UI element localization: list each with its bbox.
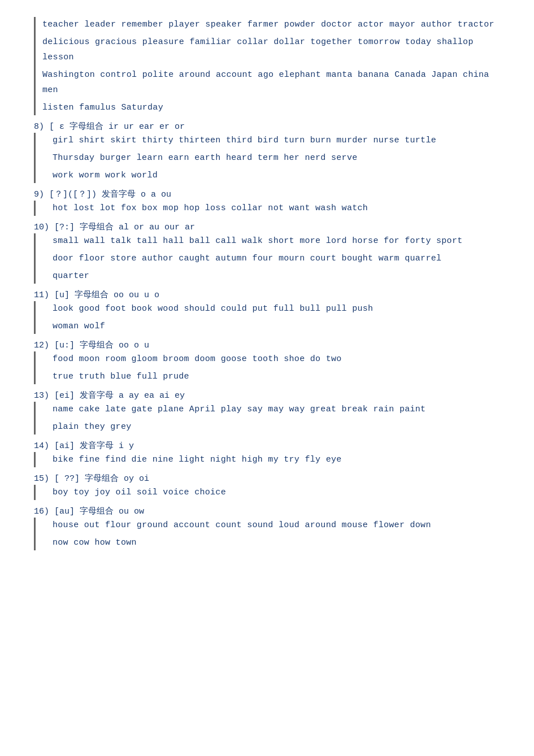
word-line: quarter xyxy=(53,268,500,284)
word-line: girl shirt skirt thirty thirteen third b… xyxy=(53,133,500,148)
word-line: bike fine find die nine light night high… xyxy=(53,452,500,467)
section-header-15: 15) [ ??] 字母组合 oy oi xyxy=(34,473,500,484)
section-header-text: 15) [ ??] 字母组合 oy oi xyxy=(34,473,149,484)
section-header-text: 10) [?:] 字母组合 al or au our ar xyxy=(34,221,195,232)
section-header-text: 9) [？]([？]) 发音字母 o a ou xyxy=(34,189,171,199)
section-header-text: 16) [au] 字母组合 ou ow xyxy=(34,506,144,516)
word-box-16: house out flour ground account count sou… xyxy=(34,518,500,550)
section-11: 11) [u] 字母组合 oo ou u olook good foot boo… xyxy=(34,289,500,334)
page-content: teacher leader remember player speaker f… xyxy=(23,11,511,562)
word-box-8: girl shirt skirt thirty thirteen third b… xyxy=(34,133,500,183)
section-header-text: 11) [u] 字母组合 oo ou u o xyxy=(34,289,159,300)
word-box-9: hot lost lot fox box mop hop loss collar… xyxy=(34,201,500,216)
word-line: work worm work world xyxy=(53,168,500,183)
word-line: hot lost lot fox box mop hop loss collar… xyxy=(53,201,500,216)
top-line-2: delicious gracious pleasure familiar col… xyxy=(42,34,500,65)
word-line: true truth blue full prude xyxy=(53,369,500,384)
word-box-13: name cake late gate plane April play say… xyxy=(34,402,500,435)
section-14: 14) [ai] 发音字母 i ybike fine find die nine… xyxy=(34,440,500,467)
section-header-text: 14) [ai] 发音字母 i y xyxy=(34,440,134,451)
word-line: boy toy joy oil soil voice choice xyxy=(53,485,500,500)
section-header-13: 13) [ei] 发音字母 a ay ea ai ey xyxy=(34,390,500,401)
section-header-text: 8) [ ε 字母组合 ir ur ear er or xyxy=(34,121,185,132)
section-header-11: 11) [u] 字母组合 oo ou u o xyxy=(34,289,500,300)
word-box-14: bike fine find die nine light night high… xyxy=(34,452,500,467)
word-line: door floor store author caught autumn fo… xyxy=(53,251,500,266)
word-line: small wall talk tall hall ball call walk… xyxy=(53,233,500,249)
word-box-12: food moon room gloom broom doom goose to… xyxy=(34,351,500,384)
word-line: woman wolf xyxy=(53,319,500,334)
word-line: house out flour ground account count sou… xyxy=(53,518,500,533)
section-13: 13) [ei] 发音字母 a ay ea ai eyname cake lat… xyxy=(34,390,500,435)
section-10: 10) [?:] 字母组合 al or au our arsmall wall … xyxy=(34,221,500,284)
section-header-9: 9) [？]([？]) 发音字母 o a ou xyxy=(34,189,500,199)
section-9: 9) [？]([？]) 发音字母 o a ouhot lost lot fox … xyxy=(34,189,500,216)
section-12: 12) [u:] 字母组合 oo o ufood moon room gloom… xyxy=(34,340,500,384)
word-line: plain they grey xyxy=(53,419,500,435)
section-header-10: 10) [?:] 字母组合 al or au our ar xyxy=(34,221,500,232)
top-section: teacher leader remember player speaker f… xyxy=(34,17,500,115)
word-box-15: boy toy joy oil soil voice choice xyxy=(34,485,500,500)
word-line: food moon room gloom broom doom goose to… xyxy=(53,351,500,367)
word-line: look good foot book wood should could pu… xyxy=(53,301,500,316)
section-8: 8) [ ε 字母组合 ir ur ear er orgirl shirt sk… xyxy=(34,121,500,183)
word-line: Thursday burger learn earn earth heard t… xyxy=(53,150,500,166)
section-15: 15) [ ??] 字母组合 oy oiboy toy joy oil soil… xyxy=(34,473,500,500)
section-header-12: 12) [u:] 字母组合 oo o u xyxy=(34,340,500,350)
section-16: 16) [au] 字母组合 ou owhouse out flour groun… xyxy=(34,506,500,550)
top-line-1: teacher leader remember player speaker f… xyxy=(42,17,500,32)
sections-container: 8) [ ε 字母组合 ir ur ear er orgirl shirt sk… xyxy=(34,121,500,550)
section-header-text: 13) [ei] 发音字母 a ay ea ai ey xyxy=(34,390,185,401)
word-line: now cow how town xyxy=(53,535,500,550)
section-header-text: 12) [u:] 字母组合 oo o u xyxy=(34,340,149,350)
section-header-16: 16) [au] 字母组合 ou ow xyxy=(34,506,500,516)
word-box-10: small wall talk tall hall ball call walk… xyxy=(34,233,500,284)
section-header-14: 14) [ai] 发音字母 i y xyxy=(34,440,500,451)
word-line: name cake late gate plane April play say… xyxy=(53,402,500,417)
top-line-3: Washington control polite around account… xyxy=(42,67,500,98)
word-box-11: look good foot book wood should could pu… xyxy=(34,301,500,334)
top-line-4: listen famulus Saturday xyxy=(42,100,500,115)
section-header-8: 8) [ ε 字母组合 ir ur ear er or xyxy=(34,121,500,132)
